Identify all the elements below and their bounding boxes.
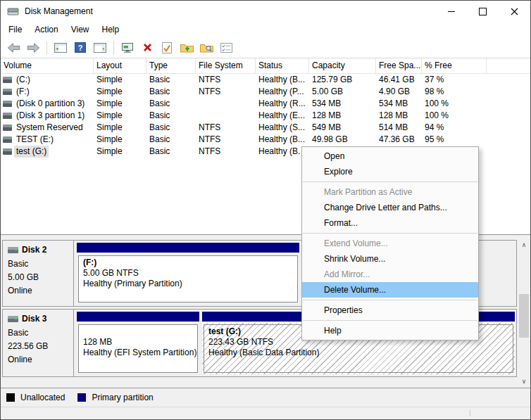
action-pane-icon[interactable]	[92, 39, 108, 56]
layout-cell: Simple	[94, 74, 146, 86]
toolbar-separator	[113, 41, 114, 55]
filesystem-cell	[196, 110, 256, 122]
disk-name: Disk 2	[22, 245, 46, 255]
partition-health: Healthy (EFI System Partition)	[83, 348, 193, 358]
folder-search-icon[interactable]	[198, 39, 215, 56]
partition-128-mb[interactable]: 128 MBHealthy (EFI System Partition)	[77, 312, 199, 374]
context-menu-item-shrink-volume[interactable]: Shrink Volume...	[302, 251, 478, 267]
column-header-file-system[interactable]: File System	[196, 58, 256, 73]
menu-separator	[303, 300, 477, 300]
percent-free-cell: 98 %	[422, 86, 487, 98]
context-menu-item-properties[interactable]: Properties	[302, 303, 478, 318]
context-menu-item-delete-volume[interactable]: Delete Volume...	[302, 282, 478, 298]
filler-cell	[487, 74, 530, 86]
menu-view[interactable]: View	[65, 22, 96, 37]
disk-kind: Basic	[8, 326, 73, 340]
legend-label: Primary partition	[92, 393, 153, 402]
disk-status: Online	[8, 284, 73, 298]
partition-f[interactable]: (F:)5.00 GB NTFSHealthy (Primary Partiti…	[77, 243, 299, 304]
layout-cell: Simple	[94, 146, 146, 158]
capacity-cell: 534 MB	[309, 98, 376, 110]
volume-name: (Disk 0 partition 3)	[14, 98, 87, 110]
minimize-button[interactable]	[435, 1, 467, 22]
app-disk-icon	[7, 6, 20, 17]
free-space-cell: 534 MB	[376, 98, 422, 110]
display-icon[interactable]	[119, 39, 136, 56]
layout-cell: Simple	[94, 134, 146, 146]
volume-name: System Reserved	[14, 122, 85, 134]
status-cell: Healthy (E...	[256, 110, 309, 122]
vertical-scrollbar[interactable]: ∧ ∨	[518, 239, 530, 387]
status-bar	[1, 407, 530, 419]
volume-row-disk-3-partition-1[interactable]: (Disk 3 partition 1)SimpleBasicHealthy (…	[1, 110, 530, 122]
column-header-free[interactable]: % Free	[422, 58, 487, 73]
column-header-type[interactable]: Type	[146, 58, 196, 73]
partition-name: (F:)	[83, 257, 293, 268]
maximize-icon	[479, 8, 487, 15]
context-menu-item-help[interactable]: Help	[302, 323, 478, 338]
folder-up-icon[interactable]	[178, 39, 195, 56]
forward-arrow-icon[interactable]	[25, 39, 42, 56]
scroll-down-icon[interactable]: ∨	[518, 376, 530, 387]
menu-file[interactable]: File	[2, 22, 28, 37]
check-document-icon[interactable]	[158, 39, 175, 56]
drive-icon	[3, 136, 12, 143]
volume-row-c[interactable]: (C:)SimpleBasicNTFSHealthy (B...125.79 G…	[1, 74, 530, 86]
percent-free-cell: 94 %	[422, 122, 487, 134]
volume-row-disk-0-partition-3[interactable]: (Disk 0 partition 3)SimpleBasicHealthy (…	[1, 98, 530, 110]
disk-panel-disk-2[interactable]: Disk 2Basic5.00 GBOnline	[3, 241, 74, 306]
free-space-cell: 514 MB	[376, 122, 422, 134]
free-space-cell: 47.36 GB	[376, 134, 422, 146]
volume-name: (C:)	[14, 74, 32, 86]
menu-action[interactable]: Action	[28, 22, 64, 37]
menu-bar: FileActionViewHelp	[1, 22, 530, 37]
context-menu-item-explore[interactable]: Explore	[302, 164, 478, 179]
back-arrow-icon[interactable]	[5, 39, 22, 56]
close-button[interactable]	[499, 1, 530, 22]
percent-free-cell: 100 %	[422, 110, 487, 122]
details-list-icon[interactable]	[218, 39, 235, 56]
drive-icon	[3, 89, 12, 95]
delete-x-icon[interactable]	[139, 39, 156, 56]
partition-info: (F:)5.00 GB NTFSHealthy (Primary Partiti…	[78, 255, 298, 303]
drive-icon	[3, 113, 12, 119]
legend-label: Unallocated	[20, 393, 65, 402]
disk-size: 223.56 GB	[8, 340, 73, 353]
help-icon[interactable]: ?	[72, 39, 89, 56]
context-menu-item-format[interactable]: Format...	[302, 215, 478, 231]
partition-name	[83, 326, 193, 337]
menu-help[interactable]: Help	[96, 22, 126, 37]
context-menu-item-change-drive-letter-and-paths[interactable]: Change Drive Letter and Paths...	[302, 200, 478, 215]
scrollbar-thumb[interactable]	[519, 294, 529, 338]
drive-icon	[3, 125, 12, 131]
window-title: Disk Management	[25, 6, 93, 16]
filesystem-cell: NTFS	[196, 134, 256, 146]
disk-panel-disk-3[interactable]: Disk 3Basic223.56 GBOnline	[3, 310, 74, 376]
legend-swatch	[6, 393, 15, 402]
partition-body: 128 MBHealthy (EFI System Partition)	[77, 323, 199, 374]
volume-table-body: (C:)SimpleBasicNTFSHealthy (B...125.79 G…	[1, 74, 530, 158]
column-header-free-spa[interactable]: Free Spa...	[376, 58, 422, 73]
filesystem-cell: NTFS	[196, 86, 256, 98]
partition-info: 128 MBHealthy (EFI System Partition)	[78, 324, 198, 373]
layout-cell: Simple	[94, 110, 146, 122]
column-header-layout[interactable]: Layout	[94, 58, 146, 73]
legend-item-primary-partition: Primary partition	[77, 393, 153, 402]
partition-size: 5.00 GB NTFS	[83, 268, 293, 279]
status-cell: Healthy (B...	[256, 134, 309, 146]
scroll-up-icon[interactable]: ∧	[518, 239, 530, 250]
maximize-button[interactable]	[467, 1, 499, 22]
column-header-status[interactable]: Status	[256, 58, 309, 73]
menu-separator	[303, 233, 477, 234]
partition-color-bar	[77, 312, 199, 322]
filler-cell	[487, 146, 530, 158]
context-menu-item-open[interactable]: Open	[302, 148, 478, 164]
volume-row-system-reserved[interactable]: System ReservedSimpleBasicNTFSHealthy (S…	[1, 122, 530, 134]
console-tree-icon[interactable]	[52, 39, 69, 56]
column-header-capacity[interactable]: Capacity	[309, 58, 376, 73]
column-header-volume[interactable]: Volume	[1, 58, 94, 73]
filler-cell	[487, 110, 530, 122]
volume-row-f[interactable]: (F:)SimpleBasicNTFSHealthy (P...5.00 GB4…	[1, 86, 530, 98]
context-menu-item-mark-partition-as-active: Mark Partition as Active	[302, 184, 478, 200]
volume-row-test-e[interactable]: TEST (E:)SimpleBasicNTFSHealthy (B...49.…	[1, 134, 530, 146]
